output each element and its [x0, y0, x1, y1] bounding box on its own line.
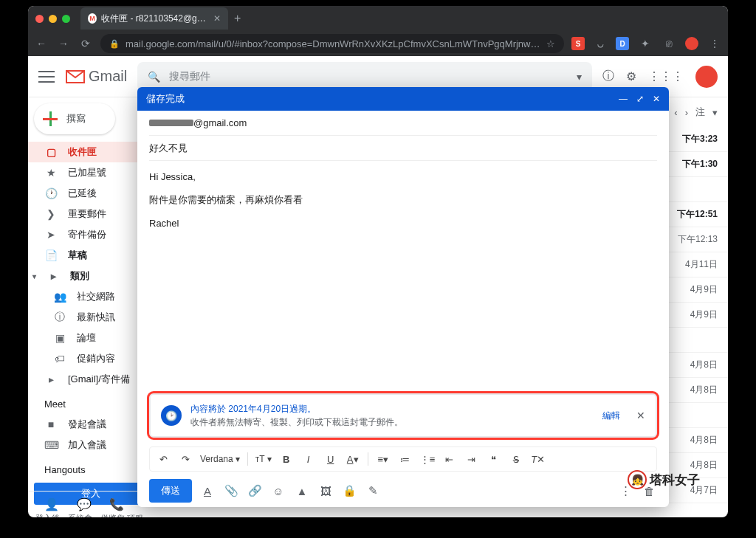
forums-icon: ▣	[53, 332, 66, 344]
send-button[interactable]: 傳送	[149, 479, 192, 503]
meet-item-video[interactable]: ■發起會議	[28, 414, 154, 435]
compose-header[interactable]: 儲存完成 — ⤢ ✕	[137, 87, 669, 111]
compose-body[interactable]: Hi Jessica, 附件是你需要的檔案，再麻煩你看看 Rachel	[137, 161, 669, 387]
quote-icon[interactable]: ❝	[487, 454, 501, 465]
to-field[interactable]: @gmail.com	[149, 111, 657, 136]
font-size-select[interactable]: тT ▾	[255, 454, 272, 464]
maximize-icon[interactable]	[62, 15, 70, 23]
unordered-list-icon[interactable]: ⋮≡	[420, 454, 435, 465]
menu-icon[interactable]: ⋮	[707, 38, 722, 49]
indent-less-icon[interactable]: ⇤	[442, 454, 457, 465]
person-icon[interactable]: 👤	[44, 497, 59, 511]
pen-icon[interactable]: ✎	[365, 484, 381, 497]
minimize-icon[interactable]: —	[619, 94, 628, 104]
address-bar-row: ← → ⟳ 🔒 mail.google.com/mail/u/0/#inbox?…	[28, 31, 728, 56]
sidebar-item-inbox[interactable]: ▢收件匣	[28, 142, 154, 162]
italic-icon[interactable]: I	[301, 454, 316, 465]
url-bar[interactable]: 🔒 mail.google.com/mail/u/0/#inbox?compos…	[100, 34, 564, 53]
close-icon[interactable]: ✕	[653, 94, 660, 104]
sidebar-item-updates[interactable]: ⓘ最新快訊	[28, 307, 154, 328]
search-options-icon[interactable]: ▾	[577, 71, 582, 83]
sidebar-item-promotions[interactable]: 🏷促銷內容	[28, 348, 154, 369]
align-icon[interactable]: ≡▾	[376, 454, 391, 465]
cast-icon[interactable]: ⎚	[662, 38, 676, 49]
undo-icon[interactable]: ↶	[156, 454, 171, 465]
lock-icon: 🔒	[109, 39, 120, 49]
menu-icon[interactable]	[38, 71, 55, 83]
sidebar-item-sent[interactable]: ➤寄件備份	[28, 224, 154, 245]
hangouts-heading: Hangouts	[28, 455, 154, 480]
reload-icon[interactable]: ⟳	[78, 38, 93, 49]
clear-format-icon[interactable]: T✕	[531, 454, 546, 465]
browser-window: M 收件匣 - r821103542@gmail.co ✕ + ← → ⟳ 🔒 …	[28, 6, 728, 517]
format-toggle-icon[interactable]: A	[199, 485, 216, 497]
minimize-icon[interactable]	[49, 15, 57, 23]
expand-icon[interactable]: ⤢	[636, 94, 644, 104]
close-icon[interactable]	[35, 15, 44, 23]
sidebar-item-social[interactable]: 👥社交網路	[28, 286, 154, 307]
redo-icon[interactable]: ↷	[178, 454, 193, 465]
subject-field[interactable]: 好久不見	[149, 136, 657, 161]
apps-icon[interactable]: ⋮⋮⋮	[648, 69, 684, 83]
close-icon[interactable]: ✕	[636, 410, 645, 421]
link-icon[interactable]: 🔗	[247, 484, 263, 497]
support-icon[interactable]: ⓘ	[602, 69, 614, 84]
sidebar-item-draft[interactable]: 📄草稿	[28, 245, 154, 266]
promotions-icon: 🏷	[53, 353, 66, 365]
image-icon[interactable]: 🖼	[317, 485, 334, 497]
gmail-icon	[65, 69, 86, 84]
emoji-icon[interactable]: ☺	[270, 485, 286, 497]
compose-button[interactable]: 撰寫	[34, 103, 115, 134]
pocket-icon[interactable]: ◡	[594, 37, 607, 50]
indent-more-icon[interactable]: ⇥	[464, 454, 479, 465]
clock-icon: 🕐	[44, 187, 58, 199]
underline-icon[interactable]: U	[323, 454, 338, 465]
browser-tab[interactable]: M 收件匣 - r821103542@gmail.co ✕	[80, 7, 228, 30]
sidebar-item-forums[interactable]: ▣論壇	[28, 328, 154, 348]
social-icon: 👥	[53, 291, 66, 303]
ordered-list-icon[interactable]: ≔	[398, 454, 413, 465]
phone-icon[interactable]: 📞	[109, 497, 124, 511]
prev-icon[interactable]: ‹	[674, 107, 677, 118]
edit-button[interactable]: 編輯	[602, 410, 620, 422]
forward-icon[interactable]: →	[56, 38, 71, 49]
watermark-icon: 👧	[628, 470, 647, 489]
ext-icon-d[interactable]: D	[616, 37, 629, 50]
extensions-icon[interactable]: ✦	[638, 38, 653, 49]
confidential-toggle-icon[interactable]: 🔒	[341, 484, 357, 497]
redacted	[149, 120, 193, 126]
sidebar-item-important[interactable]: ❯重要郵件	[28, 204, 154, 224]
account-avatar[interactable]	[695, 66, 718, 88]
search-icon: 🔍	[148, 71, 160, 83]
bold-icon[interactable]: B	[279, 454, 294, 465]
ext-icon[interactable]: S	[571, 37, 585, 50]
format-toolbar: ↶ ↷ Verdana ▾ тT ▾ B I U A▾ ≡▾ ≔ ⋮≡ ⇤ ⇥ …	[149, 446, 657, 472]
text-color-icon[interactable]: A▾	[346, 454, 360, 465]
watermark: 👧 塔科女子	[628, 470, 700, 489]
important-icon: ❯	[44, 208, 58, 220]
profile-avatar[interactable]	[685, 37, 698, 50]
chat-icon[interactable]: 💬	[77, 497, 92, 511]
settings-icon[interactable]: ⚙	[626, 69, 636, 83]
meet-item-keyboard[interactable]: ⌨加入會議	[28, 435, 154, 455]
gmail-favicon: M	[88, 13, 97, 24]
strike-icon[interactable]: S̶	[509, 454, 523, 465]
sidebar-item-category[interactable]: ▾▸類別	[28, 266, 154, 286]
window-controls[interactable]	[35, 15, 70, 23]
next-icon[interactable]: ›	[685, 107, 688, 118]
gmail-logo[interactable]: Gmail	[65, 68, 127, 85]
star-icon[interactable]: ☆	[546, 38, 555, 49]
meet-heading: Meet	[28, 390, 154, 414]
attach-icon[interactable]: 📎	[223, 484, 239, 497]
back-icon[interactable]: ←	[34, 38, 49, 49]
sidebar-item-clock[interactable]: 🕐已延後	[28, 183, 154, 204]
font-select[interactable]: Verdana ▾	[200, 454, 240, 464]
chevron-down-icon[interactable]: ▾	[712, 107, 718, 118]
sidebar-item-star[interactable]: ★已加星號	[28, 162, 154, 183]
extensions: S ◡ D ✦ ⎚ ⋮	[571, 37, 722, 50]
sidebar-item-label[interactable]: ▸[Gmail]/寄件備	[28, 369, 154, 390]
confidential-icon: 🕑	[161, 405, 182, 426]
new-tab-button[interactable]: +	[234, 12, 241, 25]
tab-close-icon[interactable]: ✕	[213, 13, 221, 24]
drive-icon[interactable]: ▲	[294, 485, 310, 497]
